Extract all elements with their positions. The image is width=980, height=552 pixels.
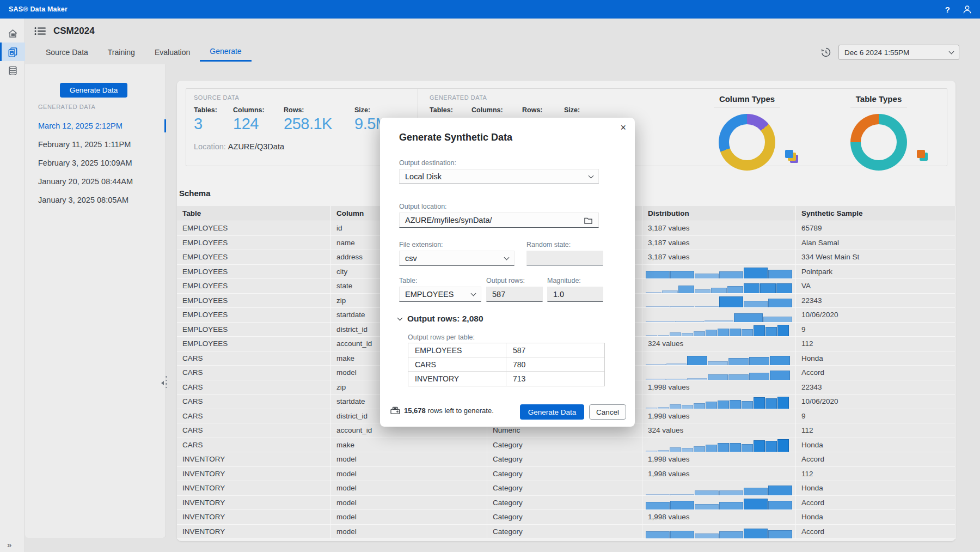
folder-icon[interactable] — [584, 216, 593, 225]
cell-column: model — [331, 510, 487, 525]
cell-distribution: 1,998 values — [642, 467, 796, 482]
table-select[interactable]: EMPLOYEES — [399, 287, 481, 302]
panel-splitter-handle[interactable] — [161, 375, 169, 393]
cell-distribution: 1,998 values — [642, 452, 796, 467]
dialog-generate-data-button[interactable]: Generate Data — [520, 404, 584, 420]
output-table-name: INVENTORY — [408, 372, 506, 386]
output-location-input[interactable]: AZURE/myfiles/synData/ — [399, 213, 599, 228]
location-label: Location: — [194, 142, 226, 151]
cell-sample: 22343 — [796, 380, 955, 395]
cell-table: INVENTORY — [177, 525, 331, 539]
nav-home[interactable] — [0, 24, 25, 43]
nav-projects[interactable] — [0, 43, 25, 61]
distribution-histogram — [646, 279, 792, 293]
project-list-icon[interactable] — [34, 26, 47, 37]
cell-sample: Accord — [796, 496, 955, 511]
output-rows-row: CARS780 — [408, 357, 604, 372]
output-table-rows[interactable]: 587 — [506, 343, 604, 357]
output-destination-select[interactable]: Local Disk — [399, 169, 599, 184]
generated-data-item[interactable]: February 3, 2025 10:09AM — [25, 154, 166, 172]
table-types-legend-icon[interactable] — [917, 150, 931, 164]
cell-distribution — [642, 323, 796, 337]
nav-data[interactable] — [0, 61, 25, 80]
distribution-histogram — [646, 265, 792, 279]
file-extension-select[interactable]: csv — [399, 251, 514, 266]
schema-header-cell[interactable]: Synthetic Sample — [796, 206, 955, 221]
expand-rail-chevrons[interactable]: » — [7, 540, 11, 549]
output-table-rows[interactable]: 713 — [506, 372, 604, 386]
history-icon[interactable] — [820, 46, 832, 58]
schema-header-cell[interactable]: Distribution — [642, 206, 796, 221]
chevron-down-icon — [397, 316, 403, 321]
tab-generate[interactable]: Generate — [200, 43, 251, 62]
cell-type: Category — [487, 525, 642, 539]
rows-left-value: 15,678 — [404, 407, 426, 415]
snapshot-selector: Dec 6 2024 1:55PM — [820, 45, 959, 60]
generated-data-item[interactable]: February 11, 2025 1:11PM — [25, 135, 166, 154]
generated-data-item[interactable]: March 12, 2025 2:12PM — [25, 117, 166, 135]
stat-label: Size: — [564, 106, 613, 114]
generate-data-button[interactable]: Generate Data — [60, 83, 127, 98]
cell-table: CARS — [177, 423, 331, 438]
cell-column: model — [331, 481, 487, 496]
random-state-input[interactable] — [526, 251, 603, 266]
generated-data-item[interactable]: January 20, 2025 08:44AM — [25, 172, 166, 191]
home-icon — [7, 28, 19, 39]
column-types-title: Column Types — [714, 94, 780, 107]
cell-table: EMPLOYEES — [177, 265, 331, 280]
cell-distribution — [642, 525, 796, 539]
cell-distribution: 1,998 values — [642, 510, 796, 525]
cell-sample: Pointpark — [796, 265, 955, 280]
dialog-cancel-button[interactable]: Cancel — [589, 404, 626, 420]
stat-value: 124 — [233, 115, 284, 133]
projects-icon — [7, 46, 19, 58]
cell-sample: Alan Samal — [796, 236, 955, 251]
generated-data-item[interactable]: January 3, 2025 08:05AM — [25, 191, 166, 209]
table-row: INVENTORYmodelCategoryHonda — [177, 481, 955, 496]
stat-value: 3 — [194, 115, 233, 133]
output-rows-per-table: EMPLOYEES587CARS780INVENTORY713 — [408, 343, 605, 386]
help-icon[interactable]: ? — [945, 5, 950, 14]
user-profile-icon[interactable] — [962, 4, 972, 15]
random-state-label: Random state: — [526, 241, 571, 248]
stat-label: Rows: — [522, 106, 564, 114]
distribution-histogram — [646, 366, 790, 380]
generated-data-list: March 12, 2025 2:12PMFebruary 11, 2025 1… — [25, 117, 166, 209]
file-extension-value: csv — [405, 254, 417, 263]
stat-item: Columns:124 — [233, 106, 284, 133]
column-types-legend-icon[interactable] — [785, 150, 799, 164]
table-row: INVENTORYmodelCategory1,998 valuesHonda — [177, 510, 955, 525]
cell-table: CARS — [177, 438, 331, 453]
output-table-rows[interactable]: 780 — [506, 357, 604, 371]
column-types-chart: Column Types — [693, 94, 801, 165]
tab-source-data[interactable]: Source Data — [36, 43, 98, 62]
chevron-down-icon — [471, 291, 476, 296]
cell-table: EMPLOYEES — [177, 250, 331, 265]
cell-table: INVENTORY — [177, 467, 331, 482]
page-title: CSM2024 — [53, 26, 95, 37]
column-types-donut — [719, 114, 775, 171]
cell-table: EMPLOYEES — [177, 294, 331, 308]
chevron-down-icon — [589, 173, 594, 179]
cell-column: model — [331, 496, 487, 511]
output-rows-summary-toggle[interactable]: Output rows: 2,080 — [398, 314, 483, 324]
cell-type: Category — [487, 452, 642, 467]
tab-training[interactable]: Training — [98, 43, 145, 62]
tab-evaluation[interactable]: Evaluation — [145, 43, 200, 62]
stat-label: Columns: — [233, 106, 284, 114]
cell-type: Category — [487, 481, 642, 496]
generated-data-label: GENERATED DATA — [430, 94, 487, 101]
cell-table: INVENTORY — [177, 496, 331, 511]
source-data-label: SOURCE DATA — [194, 94, 239, 101]
snapshot-date-dropdown[interactable]: Dec 6 2024 1:55PM — [838, 45, 959, 60]
cell-sample: 65789 — [796, 221, 955, 236]
output-rows-input[interactable]: 587 — [486, 287, 543, 302]
magnitude-input[interactable]: 1.0 — [547, 287, 603, 302]
cell-sample: 9 — [796, 323, 955, 337]
close-icon[interactable]: × — [620, 122, 626, 134]
schema-header-cell[interactable]: Table — [177, 206, 331, 221]
output-rows-label: Output rows: — [486, 277, 525, 284]
cell-sample: Honda — [796, 510, 955, 525]
cell-sample: Honda — [796, 351, 955, 366]
cell-column: model — [331, 467, 487, 482]
